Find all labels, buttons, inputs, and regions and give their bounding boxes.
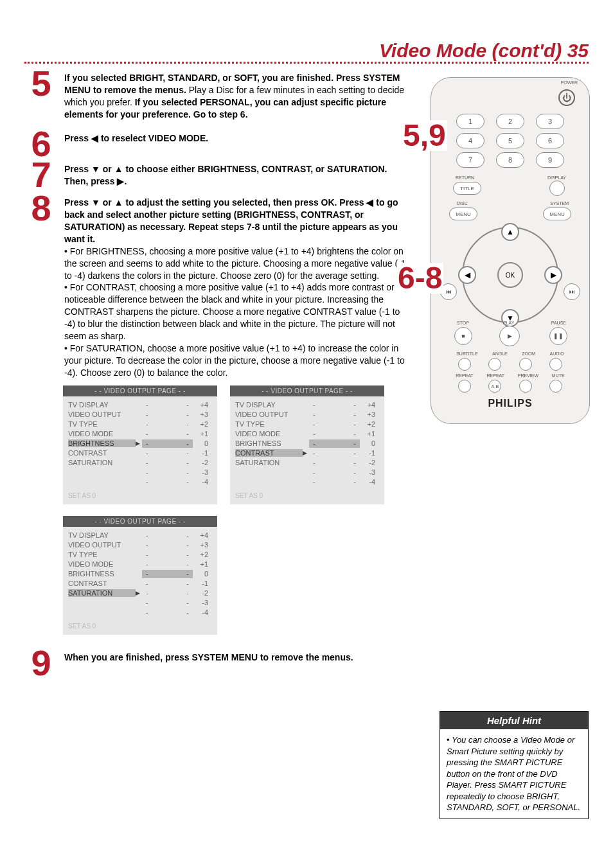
stop-button[interactable]: ■ bbox=[454, 327, 472, 345]
play-label: PLAY bbox=[503, 321, 514, 325]
page-title: Video Mode (cont'd) 35 bbox=[379, 40, 589, 62]
dash-icon: - bbox=[186, 478, 189, 486]
osd-row: ---4 bbox=[68, 608, 212, 617]
dpad-up[interactable]: ▲ bbox=[501, 223, 519, 241]
numkey-2[interactable]: 2 bbox=[496, 114, 524, 129]
system-label: SYSTEM bbox=[550, 201, 569, 206]
mute-button[interactable] bbox=[549, 380, 562, 393]
audio-button[interactable] bbox=[549, 358, 562, 371]
audio-label: AUDIO bbox=[550, 351, 564, 356]
ok-button[interactable]: OK bbox=[497, 262, 523, 288]
helpful-hint-box: Helpful Hint • You can choose a Video Mo… bbox=[440, 711, 589, 819]
repeat-ab-button[interactable]: A-B bbox=[488, 380, 501, 393]
dpad-right[interactable]: ▶ bbox=[544, 266, 562, 284]
remote-control: POWER ⏻ 1 2 3 4 5 6 7 8 9 RETURN TITLE D… bbox=[431, 77, 590, 424]
dash-icon: - bbox=[186, 420, 189, 428]
power-label: POWER bbox=[561, 80, 578, 85]
step8-p3: • For SATURATION, choose a more positive… bbox=[64, 343, 405, 378]
zoom-button[interactable] bbox=[519, 358, 532, 371]
numkey-7[interactable]: 7 bbox=[456, 152, 484, 168]
osd-label: VIDEO MODE bbox=[68, 560, 136, 568]
osd-label: CONTRAST bbox=[68, 580, 136, 587]
osd-label: TV DISPLAY bbox=[68, 401, 136, 409]
dash-icon: - bbox=[186, 541, 189, 549]
osd-value: -3 bbox=[193, 468, 212, 477]
step-7: 7 Press ▼ or ▲ to choose either BRIGHTNE… bbox=[24, 163, 410, 188]
osd-value-group: -- bbox=[309, 439, 360, 448]
osd-label: VIDEO MODE bbox=[235, 430, 303, 438]
numkey-4[interactable]: 4 bbox=[456, 133, 484, 148]
disc-menu-button[interactable]: MENU bbox=[449, 208, 477, 220]
dash-icon: - bbox=[313, 439, 315, 447]
step9-text: When you are finished, press SYSTEM MENU… bbox=[64, 652, 353, 662]
osd-footer: SET AS 0 bbox=[63, 620, 217, 633]
dash-icon: - bbox=[146, 420, 148, 428]
step-body: Press ▼ or ▲ to adjust the setting you s… bbox=[64, 197, 410, 378]
osd-value: -2 bbox=[193, 459, 212, 467]
numkey-6[interactable]: 6 bbox=[536, 133, 564, 148]
osd-value: -1 bbox=[193, 449, 212, 457]
dash-icon: - bbox=[186, 599, 189, 607]
osd-value-group: -- bbox=[142, 459, 193, 467]
subtitle-button[interactable] bbox=[458, 358, 471, 371]
numkey-8[interactable]: 8 bbox=[496, 152, 524, 168]
numkey-3[interactable]: 3 bbox=[536, 114, 564, 129]
preview-button[interactable] bbox=[519, 380, 532, 393]
osd-value-group: -- bbox=[142, 411, 193, 419]
osd-label: SATURATION bbox=[235, 459, 303, 466]
hint-body: • You can choose a Video Mode or Smart P… bbox=[440, 729, 588, 819]
osd-value-group: -- bbox=[309, 449, 360, 457]
osd-row: VIDEO OUTPUT--+3 bbox=[235, 410, 379, 420]
number-pad: 1 2 3 4 5 6 7 8 9 bbox=[456, 114, 564, 168]
osd-row: SATURATION▶---2 bbox=[68, 589, 212, 598]
osd-value: +3 bbox=[193, 411, 212, 419]
play-button[interactable]: ▶ bbox=[499, 326, 520, 346]
dpad-left[interactable]: ◀ bbox=[458, 266, 476, 284]
osd-label: TV TYPE bbox=[68, 420, 136, 428]
numkey-9[interactable]: 9 bbox=[536, 152, 564, 168]
dash-icon: - bbox=[186, 551, 189, 558]
osd-label: TV TYPE bbox=[68, 551, 136, 558]
callout-5-9: 5,9 bbox=[402, 120, 447, 151]
osd-row: VIDEO OUTPUT--+3 bbox=[68, 410, 212, 420]
step-8: 8 Press ▼ or ▲ to adjust the setting you… bbox=[24, 197, 410, 378]
repeat-ab-label: REPEAT bbox=[487, 373, 505, 378]
step-number: 9 bbox=[24, 645, 58, 681]
dash-icon: - bbox=[313, 468, 315, 476]
osd-value: +2 bbox=[193, 551, 212, 559]
osd-label: BRIGHTNESS bbox=[68, 439, 136, 447]
display-button[interactable] bbox=[549, 181, 565, 196]
osd-value: 0 bbox=[360, 439, 379, 448]
next-button[interactable]: ⏭ bbox=[564, 283, 580, 300]
dash-icon: - bbox=[186, 560, 189, 568]
pause-button[interactable]: ❚❚ bbox=[549, 327, 567, 345]
angle-button[interactable] bbox=[488, 358, 501, 371]
step8-p1: • For BRIGHTNESS, choosing a more positi… bbox=[64, 246, 406, 281]
dash-icon: - bbox=[146, 531, 148, 539]
numkey-5[interactable]: 5 bbox=[496, 133, 524, 148]
osd-label: VIDEO OUTPUT bbox=[68, 541, 136, 549]
dash-icon: - bbox=[313, 430, 315, 438]
dash-icon: - bbox=[353, 411, 356, 418]
repeat-label: REPEAT bbox=[456, 373, 474, 378]
osd-value-group: -- bbox=[309, 411, 360, 419]
step6-text: Press ◀ to reselect VIDEO MODE. bbox=[64, 133, 208, 143]
system-menu-button[interactable]: MENU bbox=[543, 208, 571, 220]
repeat-button[interactable] bbox=[458, 380, 471, 393]
title-button[interactable]: TITLE bbox=[453, 182, 481, 195]
osd-value: -2 bbox=[193, 589, 212, 598]
brand-logo: PHILIPS bbox=[431, 398, 589, 409]
osd-label: CONTRAST bbox=[235, 449, 303, 457]
dash-icon: - bbox=[146, 599, 148, 607]
osd-row: VIDEO OUTPUT--+3 bbox=[68, 540, 212, 550]
dpad: ▲ ▼ ◀ ▶ OK bbox=[462, 227, 558, 323]
osd-label: BRIGHTNESS bbox=[68, 570, 136, 578]
osd-label: TV DISPLAY bbox=[235, 401, 303, 409]
power-button[interactable]: ⏻ bbox=[558, 89, 575, 106]
numkey-1[interactable]: 1 bbox=[456, 114, 484, 129]
osd-row: ---3 bbox=[68, 598, 212, 608]
osd-value-group: -- bbox=[142, 468, 193, 477]
osd-value-group: -- bbox=[142, 608, 193, 617]
osd-row: BRIGHTNESS--0 bbox=[68, 569, 212, 579]
dash-icon: - bbox=[146, 589, 148, 597]
